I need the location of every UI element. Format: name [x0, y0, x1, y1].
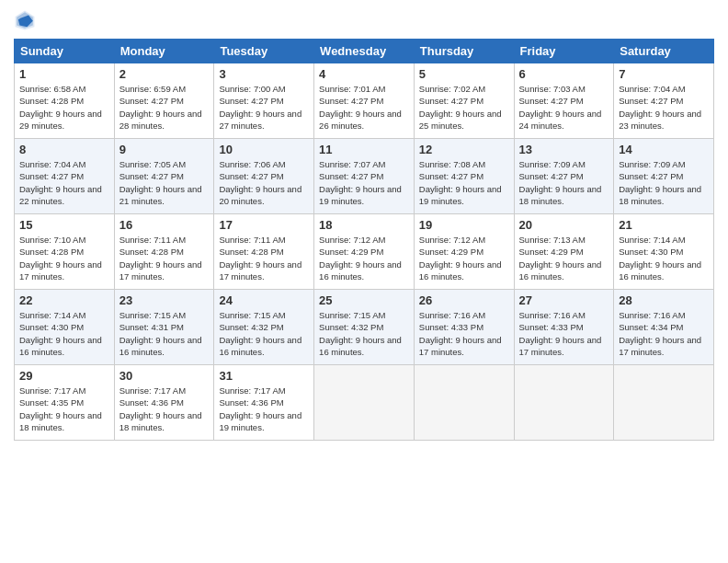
day-number: 1 — [19, 67, 109, 81]
calendar-day-cell: 22 Sunrise: 7:14 AMSunset: 4:30 PMDaylig… — [15, 290, 115, 365]
day-info: Sunrise: 7:14 AMSunset: 4:30 PMDaylight:… — [19, 310, 102, 357]
calendar-week-row: 15 Sunrise: 7:10 AMSunset: 4:28 PMDaylig… — [15, 214, 714, 290]
weekday-header-saturday: Saturday — [614, 40, 714, 63]
calendar-day-cell: 4 Sunrise: 7:01 AMSunset: 4:27 PMDayligh… — [314, 63, 415, 139]
calendar-day-cell: 8 Sunrise: 7:04 AMSunset: 4:27 PMDayligh… — [15, 139, 115, 214]
calendar-day-cell: 17 Sunrise: 7:11 AMSunset: 4:28 PMDaylig… — [214, 214, 314, 290]
calendar-table: SundayMondayTuesdayWednesdayThursdayFrid… — [14, 39, 714, 441]
day-info: Sunrise: 7:13 AMSunset: 4:29 PMDaylight:… — [519, 235, 602, 282]
day-info: Sunrise: 7:16 AMSunset: 4:33 PMDaylight:… — [419, 310, 502, 357]
day-number: 21 — [619, 218, 709, 232]
calendar-day-cell: 11 Sunrise: 7:07 AMSunset: 4:27 PMDaylig… — [314, 139, 415, 214]
calendar-day-cell: 24 Sunrise: 7:15 AMSunset: 4:32 PMDaylig… — [214, 290, 314, 365]
calendar-day-cell: 3 Sunrise: 7:00 AMSunset: 4:27 PMDayligh… — [214, 63, 314, 139]
calendar-day-cell: 15 Sunrise: 7:10 AMSunset: 4:28 PMDaylig… — [15, 214, 115, 290]
calendar-day-cell — [614, 365, 714, 441]
day-info: Sunrise: 7:15 AMSunset: 4:31 PMDaylight:… — [119, 310, 202, 357]
day-number: 19 — [419, 218, 509, 232]
day-number: 24 — [219, 293, 309, 307]
calendar-week-row: 29 Sunrise: 7:17 AMSunset: 4:35 PMDaylig… — [15, 365, 714, 441]
day-info: Sunrise: 7:02 AMSunset: 4:27 PMDaylight:… — [419, 84, 502, 131]
weekday-header-row: SundayMondayTuesdayWednesdayThursdayFrid… — [15, 40, 714, 63]
day-info: Sunrise: 7:04 AMSunset: 4:27 PMDaylight:… — [619, 84, 701, 131]
day-info: Sunrise: 7:15 AMSunset: 4:32 PMDaylight:… — [319, 310, 402, 357]
day-info: Sunrise: 7:07 AMSunset: 4:27 PMDaylight:… — [319, 159, 402, 206]
day-number: 11 — [319, 143, 409, 156]
calendar-day-cell: 9 Sunrise: 7:05 AMSunset: 4:27 PMDayligh… — [114, 139, 214, 214]
day-info: Sunrise: 7:16 AMSunset: 4:34 PMDaylight:… — [619, 310, 701, 357]
calendar-day-cell: 29 Sunrise: 7:17 AMSunset: 4:35 PMDaylig… — [15, 365, 115, 441]
day-info: Sunrise: 7:15 AMSunset: 4:32 PMDaylight:… — [219, 310, 301, 357]
day-number: 7 — [619, 67, 709, 81]
day-info: Sunrise: 7:11 AMSunset: 4:28 PMDaylight:… — [219, 235, 301, 282]
weekday-header-thursday: Thursday — [414, 40, 514, 63]
calendar-day-cell — [314, 365, 415, 441]
day-number: 31 — [219, 369, 309, 383]
day-info: Sunrise: 7:08 AMSunset: 4:27 PMDaylight:… — [419, 159, 502, 206]
day-number: 14 — [619, 143, 709, 156]
day-number: 16 — [119, 218, 210, 232]
calendar-day-cell: 27 Sunrise: 7:16 AMSunset: 4:33 PMDaylig… — [514, 290, 614, 365]
calendar-day-cell: 2 Sunrise: 6:59 AMSunset: 4:27 PMDayligh… — [114, 63, 214, 139]
day-number: 12 — [419, 143, 509, 156]
weekday-header-wednesday: Wednesday — [314, 40, 415, 63]
calendar-day-cell — [514, 365, 614, 441]
logo-icon — [14, 9, 36, 31]
weekday-header-friday: Friday — [514, 40, 614, 63]
day-number: 17 — [219, 218, 309, 232]
weekday-header-monday: Monday — [114, 40, 214, 63]
day-info: Sunrise: 7:16 AMSunset: 4:33 PMDaylight:… — [519, 310, 602, 357]
day-number: 3 — [219, 67, 309, 81]
calendar-day-cell: 13 Sunrise: 7:09 AMSunset: 4:27 PMDaylig… — [514, 139, 614, 214]
day-number: 2 — [119, 67, 210, 81]
calendar-day-cell: 6 Sunrise: 7:03 AMSunset: 4:27 PMDayligh… — [514, 63, 614, 139]
day-info: Sunrise: 7:04 AMSunset: 4:27 PMDaylight:… — [19, 159, 102, 206]
calendar-day-cell: 14 Sunrise: 7:09 AMSunset: 4:27 PMDaylig… — [614, 139, 714, 214]
calendar-day-cell: 7 Sunrise: 7:04 AMSunset: 4:27 PMDayligh… — [614, 63, 714, 139]
calendar-day-cell: 28 Sunrise: 7:16 AMSunset: 4:34 PMDaylig… — [614, 290, 714, 365]
day-number: 25 — [319, 293, 409, 307]
day-info: Sunrise: 7:14 AMSunset: 4:30 PMDaylight:… — [619, 235, 701, 282]
day-number: 26 — [419, 293, 509, 307]
day-info: Sunrise: 7:12 AMSunset: 4:29 PMDaylight:… — [319, 235, 402, 282]
day-info: Sunrise: 7:10 AMSunset: 4:28 PMDaylight:… — [19, 235, 102, 282]
day-number: 18 — [319, 218, 409, 232]
day-info: Sunrise: 7:00 AMSunset: 4:27 PMDaylight:… — [219, 84, 301, 131]
calendar-day-cell: 31 Sunrise: 7:17 AMSunset: 4:36 PMDaylig… — [214, 365, 314, 441]
weekday-header-tuesday: Tuesday — [214, 40, 314, 63]
calendar-day-cell: 23 Sunrise: 7:15 AMSunset: 4:31 PMDaylig… — [114, 290, 214, 365]
calendar-week-row: 8 Sunrise: 7:04 AMSunset: 4:27 PMDayligh… — [15, 139, 714, 214]
day-info: Sunrise: 7:01 AMSunset: 4:27 PMDaylight:… — [319, 84, 402, 131]
calendar-day-cell: 16 Sunrise: 7:11 AMSunset: 4:28 PMDaylig… — [114, 214, 214, 290]
header — [14, 9, 714, 31]
day-number: 29 — [19, 369, 109, 383]
calendar-day-cell: 1 Sunrise: 6:58 AMSunset: 4:28 PMDayligh… — [15, 63, 115, 139]
day-number: 28 — [619, 293, 709, 307]
calendar-day-cell: 12 Sunrise: 7:08 AMSunset: 4:27 PMDaylig… — [414, 139, 514, 214]
calendar-week-row: 1 Sunrise: 6:58 AMSunset: 4:28 PMDayligh… — [15, 63, 714, 139]
logo — [14, 9, 40, 31]
day-info: Sunrise: 7:17 AMSunset: 4:36 PMDaylight:… — [119, 385, 202, 432]
day-number: 9 — [119, 143, 210, 156]
day-info: Sunrise: 7:09 AMSunset: 4:27 PMDaylight:… — [619, 159, 701, 206]
calendar-day-cell: 19 Sunrise: 7:12 AMSunset: 4:29 PMDaylig… — [414, 214, 514, 290]
day-number: 30 — [119, 369, 210, 383]
day-info: Sunrise: 6:59 AMSunset: 4:27 PMDaylight:… — [119, 84, 202, 131]
day-number: 15 — [19, 218, 109, 232]
day-number: 8 — [19, 143, 109, 156]
day-info: Sunrise: 7:09 AMSunset: 4:27 PMDaylight:… — [519, 159, 602, 206]
calendar-day-cell — [414, 365, 514, 441]
day-number: 5 — [419, 67, 509, 81]
calendar-day-cell: 26 Sunrise: 7:16 AMSunset: 4:33 PMDaylig… — [414, 290, 514, 365]
day-info: Sunrise: 7:06 AMSunset: 4:27 PMDaylight:… — [219, 159, 301, 206]
day-info: Sunrise: 7:17 AMSunset: 4:35 PMDaylight:… — [19, 385, 102, 432]
weekday-header-sunday: Sunday — [15, 40, 115, 63]
calendar-day-cell: 20 Sunrise: 7:13 AMSunset: 4:29 PMDaylig… — [514, 214, 614, 290]
calendar-week-row: 22 Sunrise: 7:14 AMSunset: 4:30 PMDaylig… — [15, 290, 714, 365]
day-info: Sunrise: 7:17 AMSunset: 4:36 PMDaylight:… — [219, 385, 301, 432]
day-info: Sunrise: 7:03 AMSunset: 4:27 PMDaylight:… — [519, 84, 602, 131]
calendar-day-cell: 21 Sunrise: 7:14 AMSunset: 4:30 PMDaylig… — [614, 214, 714, 290]
day-number: 13 — [519, 143, 609, 156]
day-number: 4 — [319, 67, 409, 81]
day-info: Sunrise: 7:12 AMSunset: 4:29 PMDaylight:… — [419, 235, 502, 282]
